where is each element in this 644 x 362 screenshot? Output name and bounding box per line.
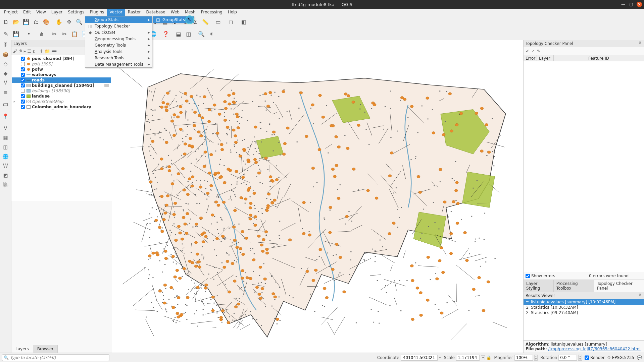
menu-database[interactable]: Database	[143, 9, 168, 16]
add-vector-button[interactable]: V	[1, 124, 10, 133]
menu-item-geoprocessing-tools[interactable]: Geoprocessing Tools▶	[85, 36, 152, 42]
style-manager-button[interactable]: 🎨	[42, 17, 51, 27]
show-errors-checkbox[interactable]	[526, 274, 530, 278]
spatial-button[interactable]: ✴	[207, 29, 216, 39]
new-project-button[interactable]: 🗋	[1, 17, 11, 27]
validate-all-icon[interactable]: ✔	[526, 49, 529, 54]
panel-close-icon[interactable]: ⊠	[639, 293, 643, 297]
menu-raster[interactable]: Raster	[125, 9, 144, 16]
menu-vector[interactable]: Vector	[107, 9, 125, 16]
map-canvas[interactable]	[112, 40, 523, 353]
menu-item-quickosm[interactable]: ◆QuickOSM▶	[85, 29, 152, 36]
filepath-link[interactable]: /tmp/processing_feJltZ/60365c86040422.ht…	[548, 347, 641, 351]
new-memory-button[interactable]: ≡	[1, 88, 10, 97]
menu-processing[interactable]: Processing	[198, 9, 225, 16]
menu-help[interactable]: Help	[225, 9, 240, 16]
add-feature-button[interactable]: •	[24, 29, 34, 39]
validate-extent-icon[interactable]: ✓	[531, 49, 535, 54]
georef-button[interactable]: ⬓	[174, 29, 183, 39]
menu-view[interactable]: View	[34, 9, 48, 16]
zoom-in-button[interactable]: 🔍	[75, 17, 84, 27]
open-project-button[interactable]: 📂	[11, 17, 21, 27]
layer-openstreetmap[interactable]: ▸OpenStreetMap	[12, 99, 111, 104]
layer-visibility-checkbox[interactable]	[21, 67, 25, 71]
cut-button[interactable]: ✂	[60, 29, 69, 39]
new-spatialite-button[interactable]: ◆	[1, 69, 10, 78]
coordinate-input[interactable]	[401, 355, 438, 361]
scale-input[interactable]	[456, 355, 480, 361]
modify-attr-button[interactable]: ✂	[50, 29, 59, 39]
layer-visibility-checkbox[interactable]	[21, 83, 25, 87]
layer-colombo_admin_boundary[interactable]: Colombo_admin_boundary	[12, 104, 111, 110]
configure-icon[interactable]: ✎	[537, 49, 541, 54]
toggle-edit-button[interactable]: ✎	[1, 29, 11, 39]
menu-item-research-tools[interactable]: Research Tools▶	[85, 55, 152, 61]
magnifier-spinner-icon[interactable]: ▴▾	[534, 355, 538, 361]
add-wms-button[interactable]: 🌐	[1, 152, 10, 161]
result-item[interactable]: ΣStatistics [09:27:40AM]	[524, 310, 644, 315]
table-header-feature-id[interactable]: Feature ID	[554, 55, 644, 61]
db-manager-button[interactable]: 🗃	[1, 100, 10, 109]
table-header-layer[interactable]: Layer	[537, 55, 554, 61]
rotation-spinner-icon[interactable]: ▴▾	[578, 355, 582, 361]
menu-item-topology-checker[interactable]: ◫Topology Checker	[85, 23, 152, 29]
layer-landuse[interactable]: landuse	[12, 94, 111, 99]
layer-toolbar-filter-icon[interactable]: ⚗	[18, 49, 22, 54]
gps-button[interactable]: 📍	[1, 112, 10, 121]
menu-item-analysis-tools[interactable]: Analysis Tools▶	[85, 48, 152, 55]
layers-tab-browser[interactable]: Browser	[33, 345, 58, 353]
layer-roads[interactable]: roads	[12, 77, 111, 83]
tab-topology-checker-panel[interactable]: Topology Checker Panel	[594, 280, 644, 292]
layers-tab-layers[interactable]: Layers	[11, 345, 33, 353]
close-icon[interactable]: ✕	[637, 2, 642, 7]
toggle-extents-icon[interactable]: ⌖	[439, 355, 441, 360]
menu-item-data-management-tools[interactable]: Data Management Tools▶	[85, 61, 152, 67]
add-mesh-button[interactable]: ◫	[1, 143, 10, 152]
tab-processing-toolbox[interactable]: Processing Toolbox	[554, 280, 594, 292]
scale-dropdown-icon[interactable]: ▾	[481, 355, 485, 360]
layer-toolbar-layer-order-icon[interactable]: ↕	[40, 49, 43, 54]
layer-toolbar-remove-icon[interactable]: ➖	[51, 49, 57, 54]
results-list[interactable]: ≡listuniquevalues [summary] [10:02:46PM]…	[524, 299, 644, 340]
new-geopackage-button[interactable]: 📦	[1, 50, 10, 59]
add-raster-button[interactable]: ▦	[1, 133, 10, 142]
add-wfs-button[interactable]: W	[1, 162, 10, 170]
result-item[interactable]: ≡listuniquevalues [summary] [10:02:46PM]	[524, 299, 644, 305]
save-project-button[interactable]: 💾	[21, 17, 31, 27]
minimize-icon[interactable]: —	[621, 2, 626, 7]
layout-manager-button[interactable]: 🗂	[32, 17, 41, 27]
tab-layer-styling[interactable]: Layer Styling	[524, 280, 554, 292]
add-xyz-button[interactable]: ◩	[1, 171, 10, 180]
result-item[interactable]: ΣStatistics [10:36:32AM]	[524, 305, 644, 310]
layer-toolbar-legend-filter-icon[interactable]: ☰	[27, 49, 31, 54]
panel-close-icon[interactable]: ⊠	[639, 41, 643, 45]
layer-toolbar-style-icon[interactable]: 🖌	[13, 49, 17, 54]
add-postgis-button[interactable]: 🐘	[1, 180, 10, 189]
rotation-input[interactable]	[558, 355, 577, 361]
render-checkbox[interactable]	[585, 355, 589, 361]
crs-text[interactable]: EPSG:5235	[612, 355, 634, 360]
save-edits-button[interactable]: 💾	[11, 29, 21, 39]
plugin-tool-button[interactable]: ◧	[239, 17, 248, 27]
menu-item-group-stats[interactable]: Group Stats▶◫GroupStats	[85, 16, 152, 23]
layer-visibility-checkbox[interactable]	[21, 100, 25, 104]
copy-button[interactable]: 📋	[70, 29, 79, 39]
layer-tree[interactable]: pois_cleaned [394]pois [395]pofwwaterway…	[11, 55, 112, 201]
layer-toolbar-expression-icon[interactable]: ε	[33, 49, 35, 54]
menu-edit[interactable]: Edit	[20, 9, 34, 16]
layer-visibility-checkbox[interactable]	[21, 57, 25, 61]
crs-icon[interactable]: ⊕	[607, 355, 611, 360]
menu-item-geometry-tools[interactable]: Geometry Tools▶	[85, 42, 152, 48]
layer-toolbar-expand-icon[interactable]: ▸	[24, 49, 26, 54]
pan-button[interactable]: ✋	[54, 17, 64, 27]
measure-button[interactable]: 📏	[201, 17, 210, 27]
layer-visibility-checkbox[interactable]	[21, 62, 25, 66]
quickosm-button[interactable]: 🔍	[197, 29, 206, 39]
select-features-button[interactable]: ▭	[213, 17, 223, 27]
layer-buildings_cleaned[interactable]: buildings_cleaned [158491]	[12, 83, 111, 88]
menu-project[interactable]: Project	[1, 9, 20, 16]
maximize-icon[interactable]: ▢	[629, 2, 634, 7]
pan-selected-button[interactable]: ✥	[64, 17, 74, 27]
layer-visibility-checkbox[interactable]	[21, 78, 25, 82]
messages-icon[interactable]: 💬	[637, 355, 642, 360]
